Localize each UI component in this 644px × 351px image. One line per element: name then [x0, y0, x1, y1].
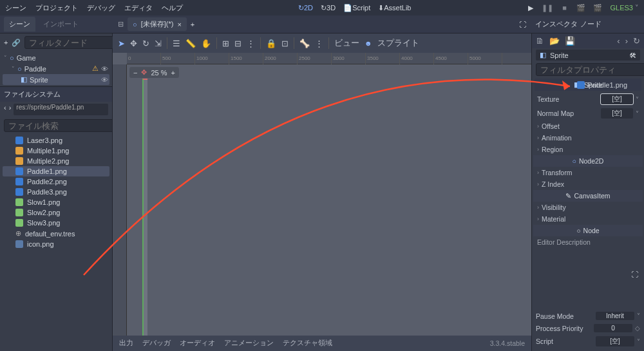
fs-item[interactable]: Paddle1.png	[3, 166, 109, 176]
workspace-2d[interactable]: ↻2D	[298, 4, 313, 12]
inspector-crumb[interactable]: Sprite	[550, 52, 569, 59]
fs-item[interactable]: Slow3.png	[3, 218, 109, 228]
visibility-icon[interactable]: 👁	[101, 65, 108, 73]
fs-item[interactable]: Multiple1.png	[3, 146, 109, 156]
workspace-3d[interactable]: ↻3D	[321, 4, 336, 12]
viewport[interactable]: 0500100015002000250030003500400045005000…	[113, 53, 531, 336]
tool-icon[interactable]: 🛠	[629, 52, 636, 59]
play-custom-icon[interactable]: 🎬	[593, 3, 602, 12]
instance-icon[interactable]: 🔗	[12, 39, 21, 47]
tab-scene[interactable]: シーン	[4, 17, 35, 32]
workspace-assetlib[interactable]: ⬇AssetLib	[378, 4, 411, 12]
save-resource-icon[interactable]: 💾	[565, 36, 575, 46]
distraction-free-icon[interactable]: ⛶	[519, 21, 526, 28]
prop-texture[interactable]: Texture [空] ˅	[533, 92, 643, 106]
bottom-output[interactable]: 出力	[119, 339, 133, 348]
tab-node[interactable]: ノード	[580, 19, 601, 29]
bottom-audio[interactable]: オーディオ	[180, 339, 215, 348]
menu-help[interactable]: ヘルプ	[162, 3, 183, 13]
fs-item[interactable]: Paddle2.png	[3, 176, 109, 187]
zoom-out-icon[interactable]: −	[133, 69, 137, 77]
chevron-down-icon[interactable]: ˅	[636, 110, 639, 117]
menu-editor[interactable]: エディタ	[124, 3, 153, 13]
new-resource-icon[interactable]: 🗎	[536, 36, 544, 46]
group-icon[interactable]: ⊡	[281, 39, 289, 48]
section-transform[interactable]: ›Transform	[533, 167, 643, 178]
bottom-debugger[interactable]: デバッガ	[142, 339, 171, 348]
fs-item[interactable]: Paddle3.png	[3, 187, 109, 197]
zoom-in-icon[interactable]: +	[171, 69, 175, 77]
section-animation[interactable]: ›Animation	[533, 132, 643, 144]
nav-back-icon[interactable]: ‹	[4, 104, 6, 115]
chevron-down-icon[interactable]: ˅	[637, 338, 640, 345]
renderer-selector[interactable]: GLES3	[610, 4, 639, 12]
menu-scene[interactable]: シーン	[5, 3, 26, 13]
snap-icon[interactable]: ⊞	[222, 39, 229, 48]
lock-icon[interactable]: 🔒	[266, 39, 276, 48]
section-visibility[interactable]: ›Visibility	[533, 202, 643, 213]
section-region[interactable]: ›Region	[533, 144, 643, 155]
prop-normalmap[interactable]: Normal Map [空] ˅	[533, 106, 643, 120]
visibility-icon[interactable]: 👁	[101, 76, 108, 84]
history-back-icon[interactable]: ‹	[617, 36, 620, 46]
menu-debug[interactable]: デバッグ	[87, 3, 115, 13]
select-tool-icon[interactable]: ➤	[118, 39, 125, 48]
workspace-script[interactable]: 📄Script	[343, 4, 370, 12]
section-material[interactable]: ›Material	[533, 213, 643, 225]
expand-icon[interactable]: ⛶	[630, 270, 639, 279]
move-tool-icon[interactable]: ✥	[130, 39, 137, 48]
filter-properties-input[interactable]	[536, 63, 644, 76]
fs-item[interactable]: icon.png	[3, 239, 109, 249]
bone-chain-icon[interactable]: ⋮	[315, 39, 323, 48]
tree-node-game[interactable]: ˅ ○ Game	[3, 53, 109, 63]
fs-item[interactable]: Multiple2.png	[3, 156, 109, 166]
fs-item[interactable]: ⊕default_env.tres	[3, 228, 109, 239]
history-menu-icon[interactable]: ↻	[633, 36, 640, 46]
view-menu[interactable]: ビュー	[334, 37, 359, 49]
prop-script[interactable]: Script [空] ˅	[536, 334, 640, 348]
stop-icon[interactable]: ■	[560, 3, 569, 12]
warning-icon[interactable]: ⚠	[92, 64, 99, 73]
list-icon[interactable]: ☰	[173, 39, 180, 48]
load-resource-icon[interactable]: 📂	[549, 36, 560, 46]
snap-config-icon[interactable]: ⋮	[247, 39, 255, 48]
tree-node-paddle[interactable]: ˅ ○ Paddle ⚠ 👁	[3, 63, 109, 74]
stepper-icon[interactable]: ◇	[635, 325, 640, 332]
zoom-center-icon[interactable]: ✥	[141, 68, 147, 77]
zoom-value[interactable]: 25 %	[151, 69, 167, 77]
scene-tabs-menu-icon[interactable]: ⊟	[118, 20, 124, 28]
prop-pausemode[interactable]: Pause Mode Inherit ˅	[536, 310, 640, 322]
play-scene-icon[interactable]: 🎬	[576, 3, 585, 12]
pause-icon[interactable]: ❚❚	[543, 3, 552, 12]
bone-icon[interactable]: 🦴	[299, 39, 310, 48]
ruler-tool-icon[interactable]: 📏	[185, 39, 196, 48]
editor-description[interactable]: Editor Description	[533, 236, 643, 248]
pan-tool-icon[interactable]: ✋	[201, 39, 211, 48]
tab-inspector[interactable]: インスペクタ	[535, 19, 578, 29]
menu-project[interactable]: プロジェクト	[35, 3, 78, 13]
sprite-menu[interactable]: スプライト	[377, 37, 419, 49]
add-scene-icon[interactable]: +	[191, 21, 194, 28]
history-fwd-icon[interactable]: ›	[625, 36, 628, 46]
close-icon[interactable]: ×	[177, 21, 181, 28]
add-node-icon[interactable]: +	[4, 39, 8, 46]
chevron-down-icon[interactable]: ˅	[637, 312, 640, 319]
fs-path[interactable]: res://sprites/Paddle1.pn	[14, 104, 108, 115]
nav-fwd-icon[interactable]: ›	[9, 104, 12, 115]
prop-priority[interactable]: Process Priority 0 ◇	[536, 322, 640, 334]
tree-node-sprite[interactable]: ◧ Sprite 👁	[3, 74, 109, 85]
fs-item[interactable]: Laser3.png	[3, 135, 109, 146]
fs-item[interactable]: Slow1.png	[3, 197, 109, 207]
section-offset[interactable]: ›Offset	[533, 120, 643, 132]
section-zindex[interactable]: ›Z Index	[533, 178, 643, 190]
bottom-animation[interactable]: アニメーション	[224, 339, 274, 348]
snap-grid-icon[interactable]: ⊟	[234, 39, 242, 48]
fs-search-input[interactable]	[4, 119, 112, 132]
bottom-texregion[interactable]: テクスチャ領域	[283, 339, 332, 348]
scene-tab-unsaved[interactable]: ○ [未保存](*) ×	[128, 17, 187, 31]
scale-tool-icon[interactable]: ⇲	[155, 39, 162, 48]
play-icon[interactable]: ▶	[526, 3, 535, 12]
chevron-down-icon[interactable]: ˅	[636, 96, 639, 103]
rotate-tool-icon[interactable]: ↻	[142, 39, 149, 48]
tab-import[interactable]: インポート	[38, 17, 84, 32]
